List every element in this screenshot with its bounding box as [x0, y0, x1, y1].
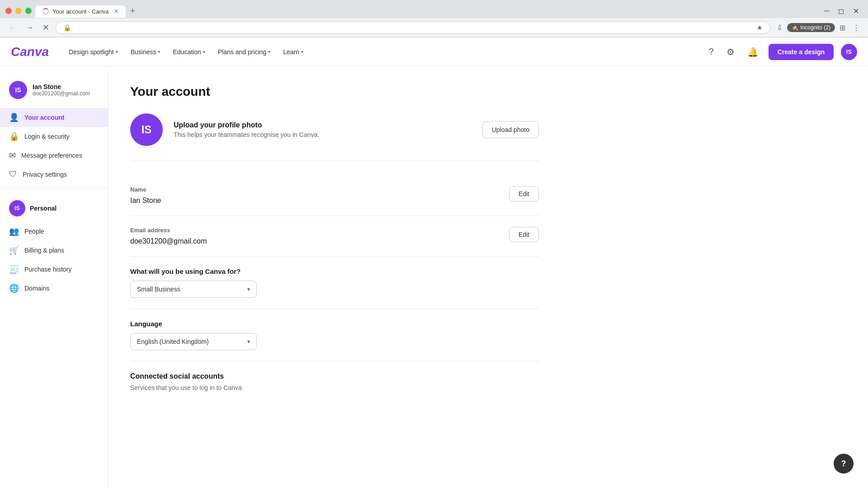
- header-nav: Design spotlight ▾ Business ▾ Education …: [63, 45, 706, 59]
- sidebar-item-people[interactable]: 👥 People: [0, 222, 108, 241]
- sidebar-item-label: Domains: [24, 285, 49, 292]
- person-icon: 👤: [9, 113, 19, 122]
- header-user-avatar[interactable]: IS: [841, 44, 857, 60]
- address-bar[interactable]: 🔒 canva.com/settings/your-account ★: [56, 21, 770, 34]
- sidebar-item-label: People: [24, 228, 44, 235]
- nav-design-spotlight[interactable]: Design spotlight ▾: [63, 45, 123, 59]
- tab-title: Your account - Canva: [52, 8, 109, 15]
- nav-business[interactable]: Business ▾: [125, 45, 166, 59]
- sidebar-username: Ian Stone: [33, 83, 90, 90]
- name-edit-button[interactable]: Edit: [509, 186, 539, 202]
- chevron-down-icon: ▾: [116, 49, 118, 54]
- extensions-btn[interactable]: ⊞: [837, 22, 848, 34]
- create-design-button[interactable]: Create a design: [769, 44, 834, 60]
- browser-titlebar: Your account - Canva ✕ + ─ ◻ ✕: [0, 0, 868, 18]
- nav-learn[interactable]: Learn ▾: [278, 45, 309, 59]
- mail-icon: ✉: [9, 150, 16, 160]
- email-section: Email address doe301200@gmail.com Edit: [130, 216, 539, 257]
- sidebar-personal-avatar: IS: [9, 200, 25, 216]
- profile-photo-title: Upload your profile photo: [174, 121, 472, 129]
- main-layout: IS Ian Stone doe301200@gmail.com 👤 Your …: [0, 66, 868, 488]
- sidebar-user-details: Ian Stone doe301200@gmail.com: [33, 83, 90, 97]
- sidebar-item-login-security[interactable]: 🔒 Login & security: [0, 127, 108, 146]
- sidebar-item-label: Billing & plans: [24, 247, 64, 254]
- header-actions: ? ⚙ 🔔 Create a design IS: [706, 44, 857, 60]
- sidebar-item-label: Purchase history: [24, 266, 71, 273]
- browser-chrome: Your account - Canva ✕ + ─ ◻ ✕ ← → ✕ 🔒 c…: [0, 0, 868, 38]
- profile-avatar: IS: [130, 113, 163, 146]
- purchase-icon: 🧾: [9, 264, 19, 274]
- connected-social-title: Connected social accounts: [130, 372, 539, 380]
- chevron-down-icon: ▾: [247, 338, 250, 345]
- sidebar-divider: [0, 187, 108, 188]
- nav-plans-pricing[interactable]: Plans and pricing ▾: [212, 45, 276, 59]
- sidebar-personal-section: IS Personal: [0, 191, 108, 222]
- help-icon-btn[interactable]: ?: [706, 44, 717, 60]
- sidebar-personal-name: Personal: [30, 205, 57, 212]
- name-section-left: Name Ian Stone: [130, 186, 509, 205]
- canva-usage-label: What will you be using Canva for?: [130, 267, 539, 275]
- sidebar-item-billing-plans[interactable]: 🛒 Billing & plans: [0, 241, 108, 260]
- email-section-right: Edit: [509, 227, 539, 242]
- chevron-down-icon: ▾: [203, 49, 205, 54]
- sidebar-item-your-account[interactable]: 👤 Your account: [0, 108, 108, 127]
- canva-usage-selected: Small Business: [137, 286, 180, 293]
- help-fab-button[interactable]: ?: [834, 454, 854, 474]
- people-icon: 👥: [9, 226, 19, 236]
- sidebar-item-domains[interactable]: 🌐 Domains: [0, 279, 108, 298]
- sidebar-item-message-preferences[interactable]: ✉ Message preferences: [0, 146, 108, 165]
- sidebar-item-label: Message preferences: [21, 152, 82, 159]
- canva-logo-text: Canva: [11, 45, 49, 59]
- incognito-label: Incognito (2): [800, 24, 830, 31]
- nav-education[interactable]: Education ▾: [167, 45, 210, 59]
- browser-maximize-btn[interactable]: [25, 8, 32, 14]
- new-tab-btn[interactable]: +: [127, 5, 139, 18]
- os-close-btn[interactable]: ✕: [849, 6, 863, 16]
- canva-usage-dropdown[interactable]: Small Business ▾: [130, 281, 257, 298]
- globe-icon: 🌐: [9, 283, 19, 293]
- email-edit-button[interactable]: Edit: [509, 227, 539, 242]
- privacy-icon: 🛡: [9, 169, 17, 179]
- sidebar-user-email: doe301200@gmail.com: [33, 90, 90, 97]
- canva-usage-section: What will you be using Canva for? Small …: [130, 257, 539, 309]
- browser-minimize-btn[interactable]: [15, 8, 22, 14]
- chevron-down-icon: ▾: [301, 49, 303, 54]
- profile-photo-section: IS Upload your profile photo This helps …: [130, 113, 539, 161]
- app: Canva Design spotlight ▾ Business ▾ Educ…: [0, 38, 868, 488]
- name-section-right: Edit: [509, 186, 539, 202]
- os-minimize-btn[interactable]: ─: [821, 6, 833, 16]
- sidebar-item-privacy-settings[interactable]: 🛡 Privacy settings: [0, 165, 108, 183]
- menu-btn[interactable]: ⋮: [850, 22, 863, 34]
- canva-header: Canva Design spotlight ▾ Business ▾ Educ…: [0, 38, 868, 66]
- browser-tab-active[interactable]: Your account - Canva ✕: [35, 5, 126, 18]
- reload-btn[interactable]: ✕: [40, 21, 52, 34]
- back-btn[interactable]: ←: [5, 21, 19, 34]
- connected-social-description: Services that you use to log in to Canva: [130, 384, 539, 391]
- browser-tabs: Your account - Canva ✕ +: [35, 5, 817, 18]
- email-label: Email address: [130, 227, 509, 234]
- forward-btn[interactable]: →: [23, 21, 36, 34]
- language-dropdown[interactable]: English (United Kingdom) ▾: [130, 333, 257, 350]
- language-selected: English (United Kingdom): [137, 338, 209, 345]
- incognito-badge: 🕵 Incognito (2): [787, 23, 835, 32]
- browser-toolbar: ← → ✕ 🔒 canva.com/settings/your-account …: [0, 18, 868, 38]
- sidebar: IS Ian Stone doe301200@gmail.com 👤 Your …: [0, 66, 108, 488]
- tab-close-btn[interactable]: ✕: [114, 8, 118, 14]
- lock-icon: 🔒: [9, 131, 19, 141]
- page-title: Your account: [130, 84, 539, 99]
- upload-photo-button[interactable]: Upload photo: [482, 121, 539, 138]
- url-input[interactable]: canva.com/settings/your-account: [75, 24, 753, 31]
- sidebar-item-purchase-history[interactable]: 🧾 Purchase history: [0, 260, 108, 279]
- downloads-btn[interactable]: ⇩: [774, 22, 785, 34]
- notifications-icon-btn[interactable]: 🔔: [745, 44, 761, 60]
- profile-photo-description: This helps your teammates recognise you …: [174, 131, 472, 138]
- chevron-down-icon: ▾: [268, 49, 270, 54]
- browser-close-btn[interactable]: [5, 8, 12, 14]
- language-section: Language English (United Kingdom) ▾: [130, 309, 539, 361]
- canva-logo[interactable]: Canva: [11, 45, 49, 59]
- name-label: Name: [130, 186, 509, 193]
- profile-photo-info: Upload your profile photo This helps you…: [174, 121, 472, 138]
- os-window-controls: ─ ◻ ✕: [821, 6, 863, 16]
- os-restore-btn[interactable]: ◻: [835, 6, 848, 16]
- settings-icon-btn[interactable]: ⚙: [724, 44, 737, 60]
